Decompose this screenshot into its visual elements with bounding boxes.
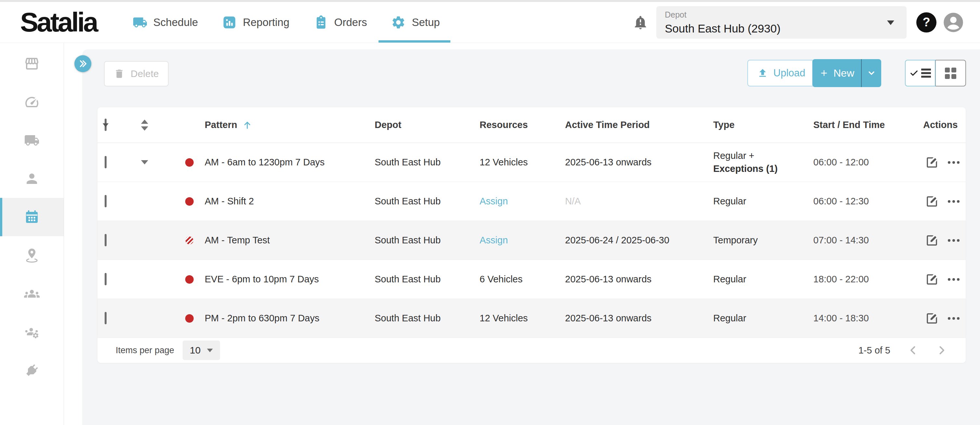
sidebar-item-teams[interactable] bbox=[0, 275, 64, 313]
pattern-status-dot bbox=[185, 314, 194, 323]
type-cell: Regular bbox=[711, 195, 811, 208]
table-header-row: Pattern Depot Resources Active Time Peri… bbox=[97, 107, 966, 143]
people-group-icon bbox=[24, 286, 40, 301]
nav-tab-reporting[interactable]: Reporting bbox=[222, 2, 289, 43]
sidebar-item-integrations[interactable] bbox=[0, 351, 64, 390]
select-all-checkbox[interactable] bbox=[105, 119, 107, 131]
row-checkbox[interactable] bbox=[105, 195, 107, 207]
new-button[interactable]: New bbox=[812, 59, 862, 87]
storefront-icon bbox=[24, 56, 40, 72]
time-cell: 18:00 - 22:00 bbox=[811, 274, 921, 285]
app-window: Satalia Schedule Reporting Orders Setup bbox=[0, 0, 980, 425]
resources-cell: 12 Vehicles bbox=[477, 313, 562, 324]
depot-selector-value: South East Hub (2930) bbox=[665, 22, 898, 35]
pattern-name[interactable]: AM - Temp Test bbox=[205, 235, 270, 246]
grid-icon bbox=[945, 68, 956, 79]
page-size-select[interactable]: 10 bbox=[183, 341, 220, 360]
row-checkbox[interactable] bbox=[105, 156, 107, 168]
new-split-button: New bbox=[812, 59, 881, 87]
edit-icon bbox=[925, 234, 939, 247]
sort-ascending-arrow-icon bbox=[242, 120, 252, 130]
table-row: AM - 6am to 1230pm 7 Days South East Hub… bbox=[97, 143, 966, 182]
expand-row-button[interactable] bbox=[127, 160, 162, 164]
assign-link[interactable]: Assign bbox=[480, 196, 508, 206]
row-menu-button[interactable] bbox=[948, 278, 959, 281]
nav-tab-schedule[interactable]: Schedule bbox=[132, 2, 198, 43]
nav-label-schedule: Schedule bbox=[153, 16, 198, 29]
gauge-icon bbox=[24, 94, 40, 110]
row-checkbox[interactable] bbox=[105, 312, 107, 324]
chevron-down-icon bbox=[867, 68, 876, 78]
sidebar-item-drivers[interactable] bbox=[0, 159, 64, 198]
previous-page-button[interactable] bbox=[907, 344, 919, 356]
depot-cell: South East Hub bbox=[372, 274, 477, 285]
delete-button[interactable]: Delete bbox=[104, 61, 169, 86]
chevron-left-icon bbox=[907, 344, 919, 356]
nav-tab-orders[interactable]: Orders bbox=[313, 2, 367, 43]
table-row: EVE - 6pm to 10pm 7 Days South East Hub … bbox=[97, 260, 966, 299]
notification-bell-icon[interactable] bbox=[633, 15, 648, 30]
type-cell: Regular bbox=[711, 273, 811, 286]
depot-cell: South East Hub bbox=[372, 235, 477, 246]
upload-button[interactable]: Upload bbox=[747, 60, 815, 86]
view-mode-toggle bbox=[905, 60, 966, 86]
double-chevron-right-icon bbox=[78, 59, 88, 68]
collapse-all-icon bbox=[141, 119, 148, 124]
edit-button[interactable] bbox=[925, 234, 939, 247]
help-button[interactable]: ? bbox=[916, 12, 937, 32]
expand-collapse-all-control[interactable] bbox=[127, 119, 162, 131]
pattern-name[interactable]: PM - 2pm to 630pm 7 Days bbox=[205, 313, 320, 324]
time-cell: 06:00 - 12:00 bbox=[811, 157, 921, 168]
edit-button[interactable] bbox=[925, 195, 939, 208]
nav-label-reporting: Reporting bbox=[243, 16, 289, 29]
people-gear-icon bbox=[24, 324, 40, 340]
page-size-value: 10 bbox=[190, 345, 200, 356]
assign-link[interactable]: Assign bbox=[480, 235, 508, 245]
grid-view-toggle[interactable] bbox=[935, 60, 966, 86]
next-page-button[interactable] bbox=[936, 344, 948, 356]
active-period-cell: 2025-06-13 onwards bbox=[562, 274, 711, 285]
row-menu-button[interactable] bbox=[948, 161, 959, 164]
upload-button-label: Upload bbox=[773, 67, 805, 79]
edit-button[interactable] bbox=[925, 156, 939, 169]
location-pin-icon bbox=[24, 248, 40, 263]
new-button-label: New bbox=[834, 67, 854, 79]
sidebar-item-depots[interactable] bbox=[0, 45, 64, 83]
pattern-name[interactable]: AM - 6am to 1230pm 7 Days bbox=[205, 157, 325, 168]
sidebar-item-user-management[interactable] bbox=[0, 313, 64, 351]
new-button-dropdown[interactable] bbox=[862, 59, 881, 87]
truck-icon bbox=[24, 132, 40, 148]
list-icon bbox=[921, 68, 931, 78]
column-header-pattern[interactable]: Pattern bbox=[162, 119, 372, 130]
person-icon bbox=[24, 171, 40, 186]
edit-button[interactable] bbox=[925, 272, 939, 286]
row-menu-button[interactable] bbox=[948, 200, 959, 203]
row-checkbox[interactable] bbox=[105, 273, 107, 285]
depot-selector[interactable]: Depot South East Hub (2930) bbox=[656, 6, 907, 39]
time-cell: 06:00 - 12:30 bbox=[811, 196, 921, 207]
column-header-actions: Actions bbox=[921, 119, 966, 130]
patterns-table-card: Pattern Depot Resources Active Time Peri… bbox=[97, 107, 966, 363]
type-cell: Temporary bbox=[711, 234, 811, 247]
expand-sidebar-button[interactable] bbox=[75, 55, 91, 72]
sidebar-item-fleet[interactable] bbox=[0, 121, 64, 159]
row-menu-button[interactable] bbox=[948, 239, 959, 242]
chevron-down-icon bbox=[207, 349, 213, 352]
sidebar-item-dashboard[interactable] bbox=[0, 83, 64, 121]
type-cell: Regular bbox=[711, 312, 811, 325]
list-view-toggle[interactable] bbox=[905, 60, 935, 86]
row-checkbox[interactable] bbox=[105, 234, 107, 246]
calendar-icon bbox=[24, 209, 40, 225]
nav-label-orders: Orders bbox=[334, 16, 367, 29]
sidebar-item-locations[interactable] bbox=[0, 236, 64, 275]
pattern-name[interactable]: AM - Shift 2 bbox=[205, 196, 254, 207]
user-avatar[interactable] bbox=[942, 11, 964, 33]
pagination-range: 1-5 of 5 bbox=[859, 345, 890, 356]
top-navigation-bar: Satalia Schedule Reporting Orders Setup bbox=[0, 2, 980, 43]
column-header-type: Type bbox=[711, 119, 811, 130]
row-menu-button[interactable] bbox=[948, 317, 959, 320]
pattern-name[interactable]: EVE - 6pm to 10pm 7 Days bbox=[205, 274, 319, 285]
edit-button[interactable] bbox=[925, 312, 939, 325]
nav-tab-setup[interactable]: Setup bbox=[391, 2, 440, 43]
sidebar-item-shift-patterns[interactable] bbox=[0, 198, 64, 236]
